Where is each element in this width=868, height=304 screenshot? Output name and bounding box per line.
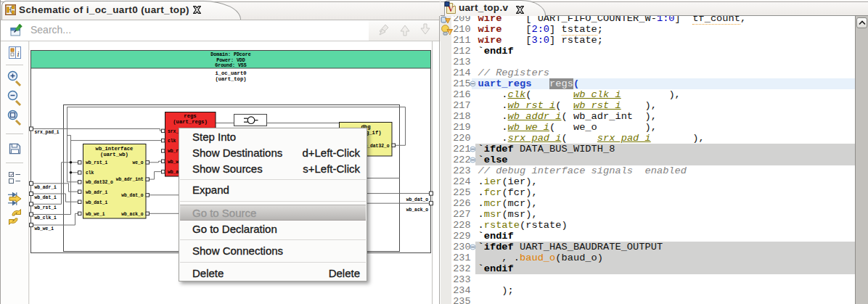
svg-text:i: i [17,49,19,58]
